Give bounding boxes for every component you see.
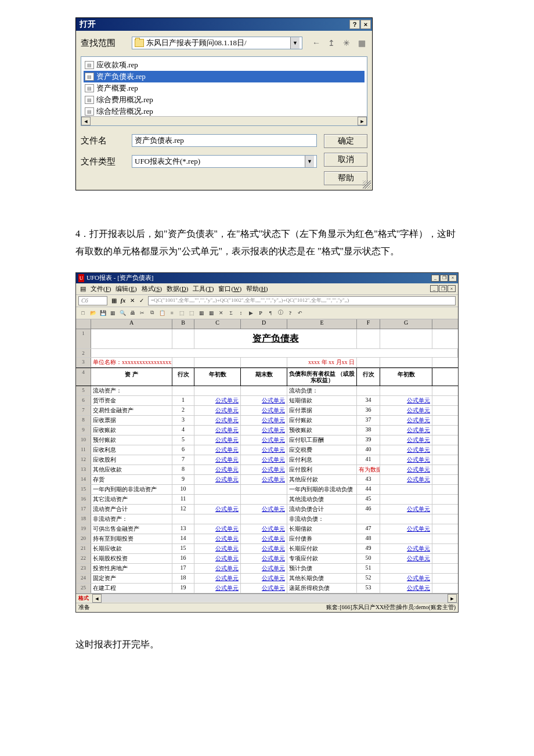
formula-cell[interactable]: 公式单元 [380, 554, 432, 563]
formula-cell[interactable]: 公式单元 [380, 544, 432, 553]
formula-cell[interactable]: 公式单元 [194, 455, 241, 465]
data-cell[interactable]: 44 [357, 485, 380, 494]
row-header[interactable]: 17 [76, 505, 91, 514]
tool-icon[interactable]: ▶ [246, 308, 255, 318]
header-cell[interactable]: 负债和所有者权益 （或股东权益） [287, 368, 357, 386]
data-cell[interactable]: 可供出售金融资产 [91, 524, 172, 534]
formula-cell[interactable]: 公式单元 [241, 416, 287, 425]
row-header[interactable]: 13 [76, 465, 91, 474]
data-cell[interactable] [380, 564, 432, 573]
menu-item-h[interactable]: 帮助(H) [244, 285, 269, 293]
row-header[interactable]: 10 [76, 435, 91, 445]
data-cell[interactable]: 应收票据 [91, 416, 172, 425]
print-icon[interactable]: 🖶 [128, 308, 137, 318]
formula-cell[interactable]: 公式单元 [380, 524, 432, 534]
formula-cell[interactable]: 公式单元 [194, 564, 241, 573]
data-cell[interactable]: 40 [357, 445, 380, 455]
scroll-left-icon[interactable]: ◄ [81, 117, 91, 125]
data-cell[interactable] [241, 386, 287, 395]
data-cell[interactable]: 存货 [91, 475, 172, 484]
save-icon[interactable]: ▦ [108, 308, 117, 318]
formula-cell[interactable]: 公式单元 [194, 524, 241, 534]
views-icon[interactable]: ▦ [356, 37, 367, 49]
column-header[interactable]: G [380, 319, 432, 329]
formula-cell[interactable]: 公式单元 [194, 574, 241, 583]
formula-cell[interactable]: 公式单元 [194, 426, 241, 435]
data-cell[interactable]: 应付债券 [287, 534, 357, 543]
data-cell[interactable]: 37 [357, 416, 380, 425]
data-cell[interactable]: 有为数据 [357, 465, 380, 474]
data-cell[interactable]: 流动负债合计 [287, 505, 357, 514]
data-cell[interactable]: 38 [357, 426, 380, 435]
column-header[interactable]: D [241, 319, 287, 329]
header-cell[interactable]: 年初数 [194, 368, 241, 386]
cancel-formula-icon[interactable]: ✕ [128, 297, 136, 305]
file-item[interactable]: ▤资产概要.rep [84, 82, 365, 94]
data-cell[interactable] [380, 485, 432, 494]
file-list[interactable]: ▤应收款项.rep ▤资产负债表.rep ▤资产概要.rep ▤综合费用概况.r… [81, 56, 367, 126]
data-cell[interactable]: 52 [357, 574, 380, 583]
formula-cell[interactable]: 公式单元 [241, 396, 287, 405]
formula-cell[interactable]: 公式单元 [380, 455, 432, 465]
formula-cell[interactable]: 公式单元 [241, 564, 287, 573]
lookin-dropdown[interactable]: 东风日产报表于顾问08.1.18日/ ▼ [132, 37, 302, 49]
column-header[interactable]: A [91, 319, 172, 329]
data-cell[interactable]: 长期借款 [287, 524, 357, 534]
select-all-corner[interactable] [76, 319, 91, 329]
paste-icon[interactable]: 📋 [157, 308, 167, 318]
data-cell[interactable]: 14 [172, 534, 194, 543]
formula-cell[interactable]: 公式单元 [194, 465, 241, 474]
row-header[interactable]: 25 [76, 584, 91, 593]
maximize-icon[interactable]: ❐ [440, 275, 448, 282]
data-cell[interactable] [241, 495, 287, 504]
row-header[interactable]: 9 [76, 426, 91, 435]
row-header[interactable]: 22 [76, 554, 91, 563]
data-cell[interactable]: 长期应收款 [91, 544, 172, 553]
formula-cell[interactable]: 公式单元 [194, 416, 241, 425]
row-header[interactable]: 16 [76, 495, 91, 504]
formula-cell[interactable]: 公式单元 [380, 584, 432, 593]
data-cell[interactable]: 2 [172, 406, 194, 415]
data-cell[interactable]: 应付职工薪酬 [287, 435, 357, 445]
formula-cell[interactable]: 公式单元 [194, 435, 241, 445]
up-one-level-icon[interactable]: ↥ [326, 37, 337, 49]
row-header[interactable]: 7 [76, 406, 91, 415]
header-cell[interactable]: 期末数 [241, 368, 287, 386]
row-header[interactable]: 8 [76, 416, 91, 425]
data-cell[interactable]: 50 [357, 554, 380, 563]
file-item[interactable]: ▤应收款项.rep [84, 59, 365, 71]
save-icon[interactable]: 💾 [98, 308, 107, 318]
cut-icon[interactable]: ✂ [138, 308, 147, 318]
row-header[interactable]: 3 [76, 358, 91, 367]
row-header[interactable]: 15 [76, 485, 91, 494]
data-cell[interactable]: 预计负债 [287, 564, 357, 573]
data-cell[interactable]: 48 [357, 534, 380, 543]
formula-cell[interactable]: 公式单元 [241, 574, 287, 583]
header-cell[interactable]: 行次 [172, 368, 194, 386]
menu-item-t[interactable]: 工具(T) [191, 285, 215, 293]
data-cell[interactable] [380, 514, 432, 524]
data-cell[interactable]: 应付利息 [287, 455, 357, 465]
formula-cell[interactable]: 公式单元 [241, 435, 287, 445]
data-cell[interactable]: 其他应收款 [91, 465, 172, 474]
chevron-down-icon[interactable]: ▼ [290, 37, 300, 49]
data-cell[interactable]: 应收利息 [91, 445, 172, 455]
new-icon[interactable]: □ [78, 308, 88, 318]
data-cell[interactable] [241, 485, 287, 494]
data-cell[interactable] [194, 386, 241, 395]
data-cell[interactable]: 18 [172, 574, 194, 583]
data-cell[interactable]: 预付账款 [91, 435, 172, 445]
sheet-horizontal-scrollbar[interactable]: ◄ ► [92, 594, 457, 602]
data-cell[interactable]: 36 [357, 406, 380, 415]
scroll-right-icon[interactable]: ► [358, 117, 367, 125]
data-cell[interactable]: 应付票据 [287, 406, 357, 415]
data-cell[interactable]: 9 [172, 475, 194, 484]
column-header[interactable]: F [357, 319, 380, 329]
header-cell[interactable]: 资 产 [91, 368, 172, 386]
filename-input[interactable]: 资产负债表.rep [132, 134, 317, 147]
data-cell[interactable]: 16 [172, 554, 194, 563]
data-cell[interactable]: 其他应付款 [287, 475, 357, 484]
formula-input[interactable]: =QC("1001",全年,,,,"","","y",,)+QC("1002",… [148, 296, 456, 305]
data-cell[interactable]: 11 [172, 495, 194, 504]
formula-cell[interactable]: 公式单元 [194, 406, 241, 415]
